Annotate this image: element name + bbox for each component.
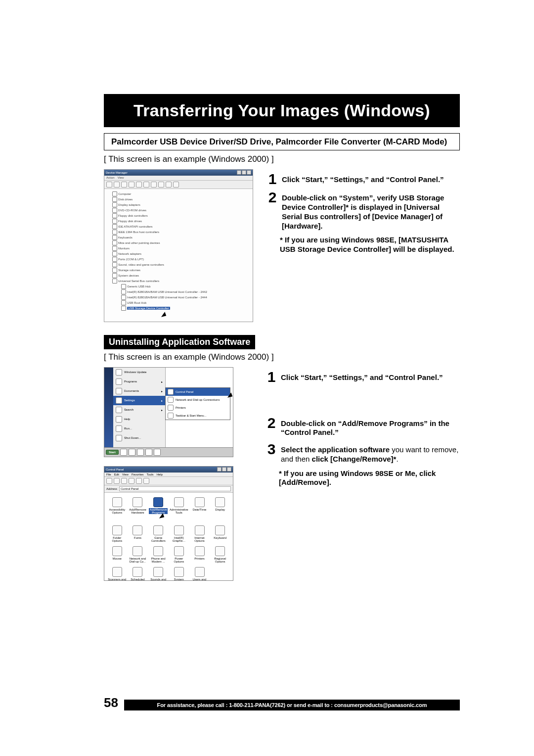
tree-label: Universal Serial Bus controllers: [118, 280, 159, 283]
device-icon: [112, 213, 117, 218]
control-panel-item-icon: [112, 546, 122, 556]
start-menu-item-label: Documents: [124, 389, 139, 392]
step-2: 2 Double-click on “System”, verify USB S…: [267, 190, 460, 231]
tray-icon: [154, 449, 161, 456]
device-icon: [112, 251, 117, 256]
tree-item: USB Root Hub: [107, 300, 250, 305]
control-panel-item-icon: [133, 567, 142, 577]
tree-item: Ports (COM & LPT): [107, 256, 250, 262]
flyout-item-icon: [168, 405, 174, 411]
device-icon: [112, 224, 117, 229]
device-icon: [112, 219, 117, 224]
toolbar-icon: [121, 182, 127, 188]
start-menu-item: Shut Down...: [113, 433, 165, 443]
control-panel-item-label: Scheduled Tasks: [129, 578, 147, 581]
control-panel-item-label: Regional Options: [211, 557, 229, 563]
control-panel-item-label: Display: [215, 508, 225, 511]
step-text: Click “Start,” “Settings,” and “Control …: [282, 172, 460, 185]
control-panel-item-icon: [174, 546, 184, 556]
start-menu-item-label: Windows Update: [124, 371, 146, 374]
control-panel-item: Intel(R) Graphic...: [169, 524, 189, 544]
device-icon: [112, 191, 117, 196]
start-menu-item-label: Search: [124, 408, 134, 411]
control-panel-item: Users and Passwords: [190, 566, 210, 581]
device-icon: [121, 300, 126, 305]
start-menu-item-label: Run...: [124, 427, 132, 430]
device-icon: [121, 289, 126, 294]
flyout-item: Control Panel: [166, 388, 230, 396]
tree-item: Floppy disk controllers: [107, 213, 250, 218]
control-panel-item-icon: [153, 567, 163, 577]
control-panel-item-icon: [153, 546, 163, 556]
control-panel-item-label: Game Controllers: [149, 536, 168, 542]
flyout-item-icon: [168, 389, 174, 395]
tree-label: Display adapters: [118, 203, 140, 206]
control-panel-item-icon: [215, 546, 225, 556]
control-panel-item-label: Intel(R) Graphic...: [170, 536, 188, 542]
flyout-item-label: Control Panel: [176, 390, 193, 393]
start-menu-item-icon: [116, 388, 122, 394]
control-panel-item: Sounds and Multimedia: [148, 566, 168, 581]
control-panel-item-label: Add/Remove Programs: [149, 508, 168, 514]
tree-label: USB Storage Device Controller: [127, 307, 170, 310]
control-panel-screenshot: Control Panel FileEditViewFavoritesTools…: [104, 466, 233, 581]
flyout-item-label: Taskbar & Start Menu...: [176, 414, 207, 417]
control-panel-item: Folder Options: [107, 524, 127, 544]
start-menu-item: Windows Update: [113, 368, 165, 377]
start-menu-item-label: Settings: [124, 399, 135, 402]
tree-label: IDE ATA/ATAPI controllers: [118, 225, 153, 228]
control-panel-item-icon: [174, 567, 184, 577]
tree-item: USB Storage Device Controller: [107, 305, 250, 311]
device-icon: [112, 202, 117, 207]
tree-label: Generic USB Hub: [127, 285, 151, 288]
start-menu-item-icon: [116, 407, 122, 413]
steps-a: 1 Click “Start,” “Settings,” and “Contro…: [267, 169, 460, 257]
flyout-item-label: Network and Dial-up Connections: [176, 398, 220, 401]
control-panel-item-icon: [195, 546, 205, 556]
control-panel-item: Power Options: [169, 545, 189, 565]
caption-a: [ This screen is an example (Windows 200…: [104, 154, 460, 164]
control-panel-item: Regional Options: [210, 545, 230, 565]
tree-item: Display adapters: [107, 202, 250, 207]
device-icon: [112, 235, 117, 240]
device-icon: [112, 268, 117, 273]
step-number: 2: [267, 190, 278, 204]
tree-label: Storage volumes: [118, 269, 140, 272]
toolbar-icon: [166, 182, 172, 188]
tree-label: IEEE 1394 Bus host controllers: [118, 231, 159, 234]
start-menu-item: Help: [113, 415, 165, 424]
control-panel-item: Add/Remove Programs: [148, 496, 168, 523]
control-panel-item: Administrative Tools: [169, 496, 189, 523]
control-panel-grid: Accessibility OptionsAdd/Remove Hardware…: [104, 493, 233, 581]
control-panel-item-icon: [153, 525, 163, 535]
control-panel-item-icon: [215, 497, 225, 507]
tree-item: Computer: [107, 191, 250, 196]
menu-bar: Action View: [104, 176, 253, 181]
control-panel-item-icon: [112, 525, 122, 535]
control-panel-item-label: Printers: [194, 557, 205, 560]
section-heading-uninstall: Uninstalling Application Software: [104, 335, 255, 349]
control-panel-item-icon: [153, 497, 163, 507]
control-panel-item: Keyboard: [210, 524, 230, 544]
control-panel-item: Scanners and Cameras: [107, 566, 127, 581]
menu-item: View: [122, 473, 129, 476]
steps-b: 1 Click “Start,” “Settings,” and “Contro…: [266, 367, 460, 491]
taskbar: Start: [104, 447, 233, 457]
toolbar-icon: [158, 182, 164, 188]
tray-icon: [120, 449, 127, 456]
start-menu-item-label: Shut Down...: [124, 436, 141, 439]
menu-item: Tools: [147, 473, 154, 476]
step-text: Double-click on “System”, verify USB Sto…: [282, 190, 460, 231]
device-icon: [121, 306, 126, 311]
tree-label: Floppy disk drives: [118, 220, 142, 223]
tree-label: Network adapters: [118, 252, 141, 255]
tree-label: Disk drives: [118, 198, 133, 201]
control-panel-item-icon: [174, 525, 184, 535]
flyout-item-icon: [168, 397, 174, 403]
flyout-item: Network and Dial-up Connections: [166, 396, 230, 404]
menu-item: Favorites: [132, 473, 144, 476]
tree-item: Intel(R) 82801BA/BAM USB Universal Host …: [107, 289, 250, 294]
flyout-item-label: Printers: [176, 406, 186, 409]
menu-item: Edit: [114, 473, 119, 476]
toolbar-icon: [143, 478, 149, 484]
